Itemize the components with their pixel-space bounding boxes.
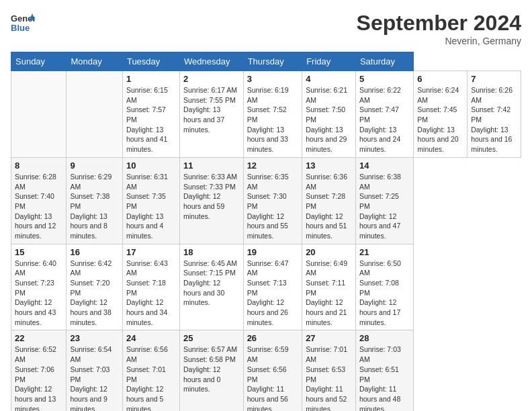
- logo-icon: General Blue: [11, 11, 35, 35]
- day-info: Sunrise: 6:19 AMSunset: 7:52 PMDaylight:…: [247, 85, 299, 154]
- weekday-header: Sunday: [11, 52, 66, 71]
- svg-text:Blue: Blue: [11, 23, 30, 33]
- day-number: 17: [126, 247, 176, 257]
- day-number: 5: [359, 74, 410, 84]
- day-number: 2: [183, 74, 240, 84]
- day-info: Sunrise: 6:59 AMSunset: 6:56 PMDaylight:…: [247, 345, 299, 411]
- location-title: Neverin, Germany: [357, 36, 521, 46]
- day-number: 18: [183, 247, 240, 257]
- day-cell: 3Sunrise: 6:19 AMSunset: 7:52 PMDaylight…: [243, 71, 302, 158]
- day-info: Sunrise: 6:26 AMSunset: 7:42 PMDaylight:…: [471, 85, 517, 154]
- day-cell: 5Sunrise: 6:22 AMSunset: 7:47 PMDaylight…: [355, 71, 413, 158]
- day-cell: 8Sunrise: 6:28 AMSunset: 7:40 PMDaylight…: [11, 157, 66, 244]
- day-info: Sunrise: 6:42 AMSunset: 7:20 PMDaylight:…: [70, 259, 119, 328]
- day-info: Sunrise: 6:28 AMSunset: 7:40 PMDaylight:…: [15, 172, 62, 241]
- day-cell: 24Sunrise: 6:56 AMSunset: 7:01 PMDayligh…: [122, 330, 179, 411]
- day-info: Sunrise: 6:17 AMSunset: 7:55 PMDaylight:…: [183, 85, 240, 134]
- day-cell: 26Sunrise: 6:59 AMSunset: 6:56 PMDayligh…: [243, 330, 302, 411]
- day-cell: 20Sunrise: 6:49 AMSunset: 7:11 PMDayligh…: [302, 244, 356, 330]
- day-info: Sunrise: 6:35 AMSunset: 7:30 PMDaylight:…: [247, 172, 299, 241]
- day-number: 6: [417, 74, 463, 84]
- day-cell: 21Sunrise: 6:50 AMSunset: 7:08 PMDayligh…: [355, 244, 413, 330]
- day-cell: 23Sunrise: 6:54 AMSunset: 7:03 PMDayligh…: [66, 330, 123, 411]
- day-cell: 16Sunrise: 6:42 AMSunset: 7:20 PMDayligh…: [66, 244, 123, 330]
- day-info: Sunrise: 6:38 AMSunset: 7:25 PMDaylight:…: [359, 172, 410, 241]
- weekday-header: Monday: [66, 52, 123, 71]
- day-info: Sunrise: 6:15 AMSunset: 7:57 PMDaylight:…: [126, 85, 176, 154]
- logo: General Blue: [11, 11, 35, 35]
- day-cell: 2Sunrise: 6:17 AMSunset: 7:55 PMDaylight…: [180, 71, 244, 158]
- day-number: 19: [247, 247, 299, 257]
- day-info: Sunrise: 6:49 AMSunset: 7:11 PMDaylight:…: [306, 259, 352, 328]
- day-info: Sunrise: 6:33 AMSunset: 7:33 PMDaylight:…: [183, 172, 240, 221]
- day-number: 10: [126, 161, 176, 171]
- calendar-week-row: 15Sunrise: 6:40 AMSunset: 7:23 PMDayligh…: [11, 244, 521, 330]
- day-info: Sunrise: 6:57 AMSunset: 6:58 PMDaylight:…: [183, 345, 240, 394]
- day-number: 26: [247, 333, 299, 343]
- day-info: Sunrise: 6:43 AMSunset: 7:18 PMDaylight:…: [126, 259, 176, 328]
- day-cell: 9Sunrise: 6:29 AMSunset: 7:38 PMDaylight…: [66, 157, 123, 244]
- calendar-week-row: 1Sunrise: 6:15 AMSunset: 7:57 PMDaylight…: [11, 71, 521, 158]
- day-info: Sunrise: 6:22 AMSunset: 7:47 PMDaylight:…: [359, 85, 410, 154]
- title-area: September 2024 Neverin, Germany: [357, 11, 521, 46]
- day-cell: 22Sunrise: 6:52 AMSunset: 7:06 PMDayligh…: [11, 330, 66, 411]
- day-number: 25: [183, 333, 240, 343]
- day-number: 4: [306, 74, 352, 84]
- day-number: 15: [15, 247, 62, 257]
- day-number: 7: [471, 74, 517, 84]
- weekday-header: Friday: [302, 52, 356, 71]
- month-title: September 2024: [357, 11, 521, 36]
- day-info: Sunrise: 7:03 AMSunset: 6:51 PMDaylight:…: [359, 345, 410, 411]
- day-number: 11: [183, 161, 240, 171]
- day-cell: 14Sunrise: 6:38 AMSunset: 7:25 PMDayligh…: [355, 157, 413, 244]
- empty-day-cell: [66, 71, 123, 158]
- day-info: Sunrise: 6:52 AMSunset: 7:06 PMDaylight:…: [15, 345, 62, 411]
- day-number: 3: [247, 74, 299, 84]
- day-number: 1: [126, 74, 176, 84]
- day-cell: 27Sunrise: 7:01 AMSunset: 6:53 PMDayligh…: [302, 330, 356, 411]
- weekday-header: Tuesday: [122, 52, 179, 71]
- day-cell: 19Sunrise: 6:47 AMSunset: 7:13 PMDayligh…: [243, 244, 302, 330]
- calendar-week-row: 8Sunrise: 6:28 AMSunset: 7:40 PMDaylight…: [11, 157, 521, 244]
- day-info: Sunrise: 6:54 AMSunset: 7:03 PMDaylight:…: [70, 345, 119, 411]
- day-cell: 1Sunrise: 6:15 AMSunset: 7:57 PMDaylight…: [122, 71, 179, 158]
- day-number: 22: [15, 333, 62, 343]
- weekday-header: Thursday: [243, 52, 302, 71]
- day-number: 27: [306, 333, 352, 343]
- day-cell: 28Sunrise: 7:03 AMSunset: 6:51 PMDayligh…: [355, 330, 413, 411]
- day-cell: 25Sunrise: 6:57 AMSunset: 6:58 PMDayligh…: [180, 330, 244, 411]
- day-number: 24: [126, 333, 176, 343]
- day-cell: 13Sunrise: 6:36 AMSunset: 7:28 PMDayligh…: [302, 157, 356, 244]
- day-number: 12: [247, 161, 299, 171]
- calendar-table: SundayMondayTuesdayWednesdayThursdayFrid…: [11, 52, 521, 411]
- day-number: 9: [70, 161, 119, 171]
- day-info: Sunrise: 6:29 AMSunset: 7:38 PMDaylight:…: [70, 172, 119, 241]
- empty-day-cell: [11, 71, 66, 158]
- day-cell: 18Sunrise: 6:45 AMSunset: 7:15 PMDayligh…: [180, 244, 244, 330]
- calendar-week-row: 22Sunrise: 6:52 AMSunset: 7:06 PMDayligh…: [11, 330, 521, 411]
- day-info: Sunrise: 6:40 AMSunset: 7:23 PMDaylight:…: [15, 259, 62, 328]
- day-info: Sunrise: 6:31 AMSunset: 7:35 PMDaylight:…: [126, 172, 176, 241]
- day-cell: 6Sunrise: 6:24 AMSunset: 7:45 PMDaylight…: [414, 71, 468, 158]
- day-number: 8: [15, 161, 62, 171]
- day-info: Sunrise: 6:50 AMSunset: 7:08 PMDaylight:…: [359, 259, 410, 328]
- day-number: 28: [359, 333, 410, 343]
- weekday-header: Saturday: [355, 52, 413, 71]
- day-number: 20: [306, 247, 352, 257]
- page-header: General Blue September 2024 Neverin, Ger…: [11, 11, 521, 46]
- day-cell: 17Sunrise: 6:43 AMSunset: 7:18 PMDayligh…: [122, 244, 179, 330]
- day-info: Sunrise: 6:24 AMSunset: 7:45 PMDaylight:…: [417, 85, 463, 154]
- day-cell: 12Sunrise: 6:35 AMSunset: 7:30 PMDayligh…: [243, 157, 302, 244]
- day-number: 13: [306, 161, 352, 171]
- day-info: Sunrise: 6:36 AMSunset: 7:28 PMDaylight:…: [306, 172, 352, 241]
- day-info: Sunrise: 6:21 AMSunset: 7:50 PMDaylight:…: [306, 85, 352, 154]
- day-cell: 7Sunrise: 6:26 AMSunset: 7:42 PMDaylight…: [468, 71, 521, 158]
- day-number: 14: [359, 161, 410, 171]
- day-info: Sunrise: 6:45 AMSunset: 7:15 PMDaylight:…: [183, 259, 240, 308]
- weekday-header: Wednesday: [180, 52, 244, 71]
- day-cell: 4Sunrise: 6:21 AMSunset: 7:50 PMDaylight…: [302, 71, 356, 158]
- day-info: Sunrise: 6:47 AMSunset: 7:13 PMDaylight:…: [247, 259, 299, 328]
- day-number: 16: [70, 247, 119, 257]
- day-cell: 10Sunrise: 6:31 AMSunset: 7:35 PMDayligh…: [122, 157, 179, 244]
- day-cell: 15Sunrise: 6:40 AMSunset: 7:23 PMDayligh…: [11, 244, 66, 330]
